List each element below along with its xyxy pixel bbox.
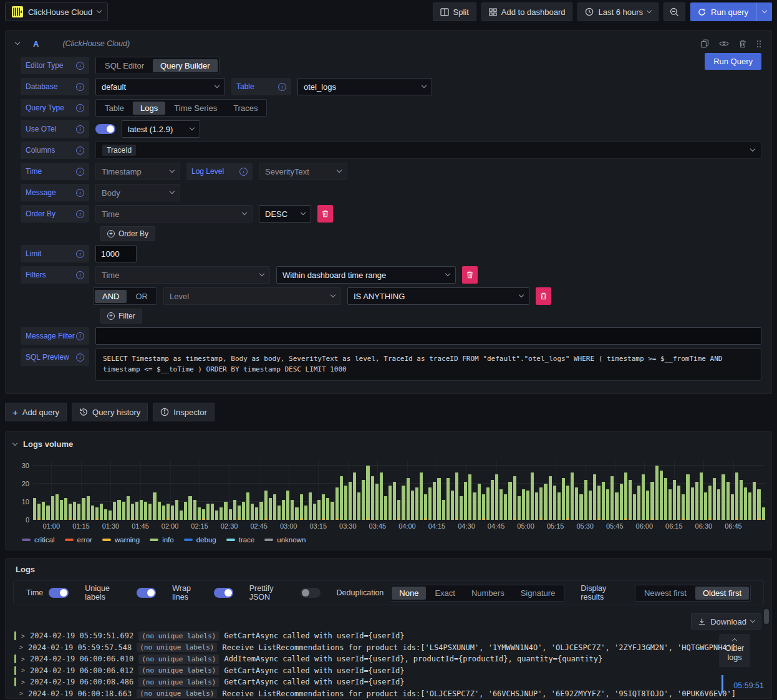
- bar[interactable]: [317, 500, 321, 520]
- bar[interactable]: [166, 504, 170, 520]
- bar[interactable]: [366, 466, 369, 520]
- bar[interactable]: [566, 486, 569, 520]
- bar[interactable]: [460, 496, 463, 520]
- bar[interactable]: [304, 506, 307, 520]
- bar[interactable]: [335, 487, 339, 520]
- bar[interactable]: [495, 474, 498, 520]
- bar[interactable]: [69, 504, 72, 520]
- bar[interactable]: [246, 492, 249, 520]
- bar[interactable]: [575, 487, 578, 520]
- info-icon[interactable]: i: [76, 189, 84, 197]
- option-sql-editor[interactable]: SQL Editor: [97, 59, 152, 72]
- bar[interactable]: [602, 482, 605, 520]
- bar[interactable]: [397, 500, 400, 520]
- bar[interactable]: [762, 507, 765, 520]
- info-icon[interactable]: i: [76, 62, 84, 70]
- bar[interactable]: [131, 504, 134, 520]
- bar[interactable]: [544, 484, 547, 520]
- log-row[interactable]: > 2024-02-19 06:00:18.663 (no unique lab…: [14, 688, 683, 699]
- bar[interactable]: [238, 506, 241, 520]
- remove-filter-button[interactable]: [462, 266, 478, 284]
- info-icon[interactable]: i: [76, 146, 84, 155]
- database-select[interactable]: default: [95, 78, 225, 95]
- expand-chevron-icon[interactable]: >: [21, 633, 25, 640]
- toggle-wrap-lines[interactable]: Wrap lines: [172, 584, 233, 602]
- collapse-chevron-icon[interactable]: [12, 440, 17, 445]
- bar[interactable]: [291, 500, 294, 520]
- bar[interactable]: [491, 480, 494, 520]
- bar[interactable]: [180, 511, 183, 520]
- bar[interactable]: [553, 486, 556, 520]
- info-icon[interactable]: i: [278, 83, 286, 91]
- bar[interactable]: [584, 480, 587, 520]
- order-by-field-select[interactable]: Time: [95, 205, 253, 223]
- bar[interactable]: [637, 486, 640, 520]
- drag-handle-icon[interactable]: [756, 40, 761, 48]
- inspector-button[interactable]: Inspector: [153, 403, 214, 421]
- bar[interactable]: [668, 489, 672, 520]
- bar[interactable]: [420, 472, 423, 520]
- bar[interactable]: [87, 496, 90, 520]
- add-to-dashboard-button[interactable]: Add to dashboard: [481, 2, 573, 21]
- bar[interactable]: [211, 504, 214, 520]
- bar[interactable]: [255, 507, 258, 520]
- bar[interactable]: [579, 494, 582, 520]
- toggle-time[interactable]: Time: [26, 588, 69, 598]
- bar[interactable]: [655, 466, 659, 520]
- bar[interactable]: [500, 489, 503, 520]
- message-filter-input[interactable]: [95, 327, 761, 345]
- use-otel-toggle[interactable]: [95, 124, 115, 134]
- option-time-series[interactable]: Time Series: [166, 102, 224, 115]
- option-or[interactable]: OR: [128, 290, 155, 303]
- bar[interactable]: [56, 494, 59, 520]
- bar[interactable]: [646, 491, 649, 520]
- filter2-field-select[interactable]: Level: [163, 287, 341, 305]
- bar[interactable]: [198, 507, 201, 520]
- bar[interactable]: [95, 507, 99, 520]
- bar[interactable]: [162, 506, 165, 520]
- split-button[interactable]: Split: [433, 2, 476, 21]
- option-numbers[interactable]: Numbers: [464, 587, 512, 600]
- bar[interactable]: [251, 504, 254, 520]
- add-query-button[interactable]: +Add query: [5, 403, 67, 421]
- bar[interactable]: [42, 502, 45, 520]
- bar[interactable]: [717, 489, 720, 520]
- bar[interactable]: [428, 487, 432, 520]
- bar[interactable]: [700, 472, 703, 520]
- legend-item-critical[interactable]: critical: [22, 536, 55, 544]
- bar[interactable]: [610, 476, 614, 520]
- message-column-select[interactable]: Body: [95, 184, 180, 201]
- query-ref-id[interactable]: A: [33, 39, 39, 49]
- bar[interactable]: [677, 486, 680, 520]
- bar[interactable]: [73, 502, 76, 520]
- option-query-builder[interactable]: Query Builder: [153, 59, 217, 72]
- time-column-select[interactable]: Timestamp: [95, 163, 180, 180]
- filter-field-select[interactable]: Time: [95, 266, 270, 284]
- bar[interactable]: [704, 492, 707, 520]
- expand-chevron-icon[interactable]: >: [19, 644, 23, 651]
- bar[interactable]: [264, 491, 268, 520]
- bar[interactable]: [353, 472, 356, 520]
- bar[interactable]: [695, 482, 698, 520]
- bar[interactable]: [415, 487, 418, 520]
- bar[interactable]: [513, 476, 516, 520]
- bar[interactable]: [109, 511, 112, 520]
- bar[interactable]: [77, 504, 80, 520]
- bar[interactable]: [504, 494, 507, 520]
- bar[interactable]: [362, 480, 365, 520]
- bar[interactable]: [113, 502, 116, 520]
- bar[interactable]: [309, 492, 312, 520]
- bar[interactable]: [175, 500, 178, 520]
- info-icon[interactable]: i: [76, 353, 84, 362]
- log-row[interactable]: > 2024-02-19 05:59:57.548 (no unique lab…: [14, 642, 683, 654]
- bar[interactable]: [518, 496, 521, 520]
- bar[interactable]: [135, 502, 138, 520]
- legend-item-debug[interactable]: debug: [184, 536, 216, 544]
- bar[interactable]: [153, 492, 156, 520]
- legend-item-unknown[interactable]: unknown: [264, 536, 306, 544]
- bar[interactable]: [46, 506, 49, 520]
- timeline-cursor[interactable]: [722, 675, 723, 693]
- bar[interactable]: [508, 482, 511, 520]
- bar[interactable]: [549, 476, 552, 520]
- option-exact[interactable]: Exact: [427, 587, 463, 600]
